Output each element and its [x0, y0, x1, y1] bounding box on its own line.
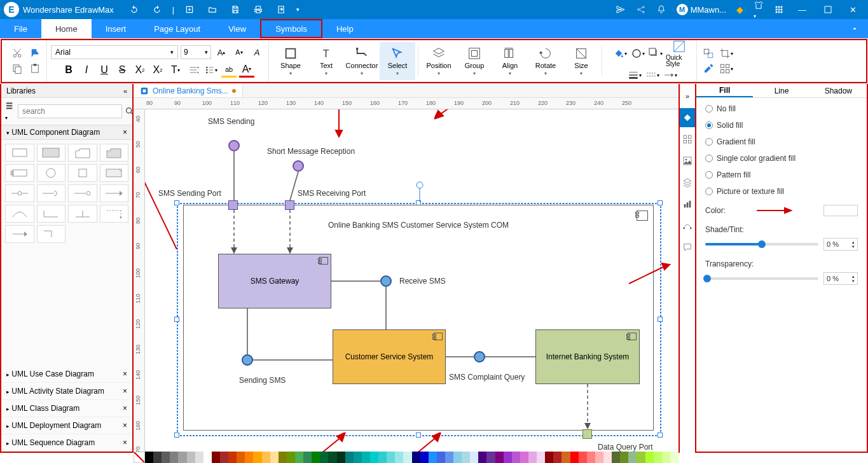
fill-option-solid-fill[interactable]: Solid fill: [705, 121, 858, 130]
shade-slider[interactable]: [705, 243, 818, 245]
highlight-icon[interactable]: ab: [221, 62, 237, 78]
drawing-canvas[interactable]: Online Banking SMS Customer Service Syst…: [145, 109, 679, 453]
menu-view[interactable]: View: [214, 19, 260, 38]
clear-format-icon[interactable]: A: [249, 45, 265, 60]
close-category-icon[interactable]: ×: [123, 421, 127, 430]
palette-swatch[interactable]: [362, 452, 370, 463]
qat-more-icon[interactable]: ▾: [296, 6, 300, 13]
palette-swatch[interactable]: [595, 452, 603, 463]
palette-swatch[interactable]: [145, 452, 153, 463]
shape-thumb[interactable]: [5, 184, 34, 202]
interface-receive-sms[interactable]: [380, 275, 392, 287]
close-category-icon[interactable]: ×: [123, 438, 127, 447]
replace-shape-icon[interactable]: [701, 46, 716, 61]
palette-swatch[interactable]: [162, 452, 170, 463]
close-icon[interactable]: ✕: [846, 5, 860, 15]
node-customer-service[interactable]: Customer Service System: [333, 329, 446, 384]
palette-swatch[interactable]: [262, 452, 270, 463]
menu-insert[interactable]: Insert: [92, 19, 141, 38]
minimize-icon[interactable]: —: [794, 5, 810, 15]
crop-icon[interactable]: ▾: [719, 46, 734, 61]
shirt-icon[interactable]: ▾: [754, 0, 764, 20]
paste-icon[interactable]: [27, 61, 43, 76]
layers-tool-icon[interactable]: [680, 173, 695, 192]
palette-swatch[interactable]: [203, 452, 212, 463]
shade-value[interactable]: 0 %▴▾: [823, 238, 858, 251]
palette-swatch[interactable]: [445, 452, 453, 463]
menu-page-layout[interactable]: Page Layout: [140, 19, 214, 38]
tool-shape[interactable]: Shape▾: [273, 42, 308, 80]
line-spacing-icon[interactable]: [186, 62, 201, 78]
fill-tool-icon[interactable]: [680, 108, 695, 127]
shape-thumb[interactable]: [100, 144, 129, 162]
bell-icon[interactable]: [656, 4, 666, 15]
strikethrough-icon[interactable]: S: [114, 62, 130, 78]
palette-swatch[interactable]: [437, 452, 445, 463]
shape-thumb[interactable]: [37, 205, 66, 223]
palette-swatch[interactable]: [579, 452, 587, 463]
superscript-icon[interactable]: X2: [132, 62, 148, 78]
case-icon[interactable]: T▾: [168, 62, 183, 78]
component-container[interactable]: Online Banking SMS Customer Service Syst…: [183, 205, 654, 431]
tool-connector[interactable]: Connector▾: [344, 42, 380, 80]
palette-swatch[interactable]: [570, 452, 579, 463]
gem-icon[interactable]: ◆: [736, 4, 743, 15]
save-icon[interactable]: [228, 2, 243, 17]
palette-swatch[interactable]: [387, 452, 395, 463]
collapse-libraries-icon[interactable]: «: [123, 87, 127, 95]
undo-icon[interactable]: [127, 2, 142, 17]
palette-swatch[interactable]: [528, 452, 537, 463]
image-tool-icon[interactable]: [680, 151, 695, 170]
close-category-icon[interactable]: ×: [123, 128, 127, 137]
palette-swatch[interactable]: [495, 452, 504, 463]
palette-swatch[interactable]: [195, 452, 203, 463]
arrow-style-icon[interactable]: ▾: [663, 67, 678, 83]
path-tool-icon[interactable]: [680, 216, 695, 235]
shape-thumb[interactable]: [100, 205, 129, 223]
bullet-icon[interactable]: ▾: [203, 62, 219, 78]
fill-option-pattern-fill[interactable]: Pattern fill: [705, 170, 858, 179]
palette-swatch[interactable]: [429, 452, 437, 463]
palette-swatch[interactable]: [178, 452, 186, 463]
library-category[interactable]: ▸ UML Deployment Diagram×: [1, 417, 132, 434]
interface-complaint[interactable]: [474, 351, 485, 363]
shadow-style-icon[interactable]: ▾: [648, 46, 663, 61]
palette-swatch[interactable]: [370, 452, 378, 463]
palette-swatch[interactable]: [345, 452, 354, 463]
dash-style-icon[interactable]: ▾: [645, 67, 660, 83]
close-category-icon[interactable]: ×: [123, 370, 127, 378]
menu-symbols[interactable]: Symbols: [260, 19, 322, 38]
maximize-icon[interactable]: [820, 6, 836, 13]
palette-swatch[interactable]: [279, 452, 287, 463]
tool-position[interactable]: Position▾: [421, 42, 457, 80]
open-icon[interactable]: [205, 2, 220, 17]
palette-swatch[interactable]: [153, 452, 162, 463]
shape-thumb[interactable]: [37, 164, 66, 182]
library-category[interactable]: ▸ UML Use Case Diagram×: [1, 366, 132, 383]
interface-sms-sending[interactable]: [228, 140, 240, 151]
port-sms-receiving[interactable]: [285, 200, 294, 210]
export-icon[interactable]: [273, 2, 289, 17]
subscript-icon[interactable]: X2: [150, 62, 165, 78]
menu-file[interactable]: File: [0, 19, 41, 38]
shape-thumb[interactable]: [37, 144, 66, 162]
apps-icon[interactable]: [774, 4, 784, 15]
fill-option-gradient-fill[interactable]: Gradient fill: [705, 137, 858, 146]
transparency-value[interactable]: 0 %▴▾: [823, 272, 858, 285]
expand-panel-icon[interactable]: »: [680, 86, 695, 106]
palette-swatch[interactable]: [287, 452, 295, 463]
palette-swatch[interactable]: [545, 452, 553, 463]
menu-home[interactable]: Home: [41, 19, 92, 38]
fill-option-single-color-gradient-fill[interactable]: Single color gradient fill: [705, 154, 858, 163]
palette-swatch[interactable]: [237, 452, 245, 463]
palette-swatch[interactable]: [662, 452, 670, 463]
shape-thumb[interactable]: [68, 164, 97, 182]
shape-thumb[interactable]: [5, 205, 34, 223]
port-data-query[interactable]: [582, 429, 592, 439]
library-category-open[interactable]: ▾ UML Component Diagram ×: [1, 125, 132, 140]
new-icon[interactable]: [182, 2, 197, 17]
quick-style-button[interactable]: Quick Style: [666, 39, 692, 67]
interface-sending-sms[interactable]: [242, 354, 253, 366]
send-icon[interactable]: [616, 4, 626, 15]
redo-icon[interactable]: [149, 2, 165, 17]
